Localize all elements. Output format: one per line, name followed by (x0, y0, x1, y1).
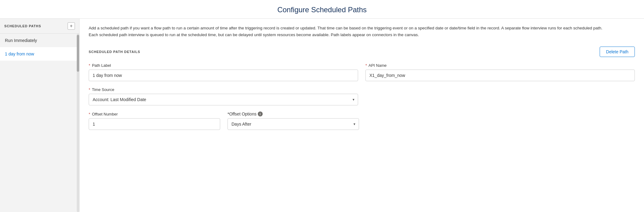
time-source-select-wrapper: Account: Last Modified DateAccount: Crea… (89, 94, 358, 105)
api-name-label: * API Name (365, 63, 635, 68)
sidebar-items: Run Immediately 1 day from now (0, 34, 79, 212)
api-name-group: * API Name (365, 63, 635, 81)
offset-number-label: * Offset Number (89, 112, 220, 116)
time-source-row: * Time Source Account: Last Modified Dat… (89, 87, 635, 105)
offset-options-info-icon[interactable]: i (258, 112, 263, 116)
offset-number-group: * Offset Number (89, 112, 220, 130)
offset-row: * Offset Number * Offset Options i Days … (89, 112, 635, 130)
path-label-label: * Path Label (89, 63, 358, 68)
right-panel: Add a scheduled path if you want a flow … (80, 19, 644, 212)
sidebar-item-run-immediately[interactable]: Run Immediately (0, 34, 79, 47)
section-header-row: SCHEDULED PATH DETAILS Delete Path (89, 47, 635, 57)
sidebar: SCHEDULED PATHS + Run Immediately 1 day … (0, 19, 80, 212)
time-source-select[interactable]: Account: Last Modified DateAccount: Crea… (89, 94, 358, 105)
page-title: Configure Scheduled Paths (0, 0, 644, 19)
path-label-group: * Path Label (89, 63, 358, 81)
path-label-input[interactable] (89, 70, 358, 81)
delete-path-label: Delete Path (606, 49, 628, 54)
path-label-api-name-row: * Path Label * API Name (89, 63, 635, 81)
plus-icon: + (70, 23, 72, 29)
page-title-text: Configure Scheduled Paths (277, 6, 367, 14)
add-scheduled-path-button[interactable]: + (68, 22, 75, 30)
time-source-group: * Time Source Account: Last Modified Dat… (89, 87, 358, 105)
main-content: SCHEDULED PATHS + Run Immediately 1 day … (0, 19, 644, 212)
1-day-from-now-label: 1 day from now (5, 51, 34, 56)
sidebar-scrollbar[interactable] (77, 34, 79, 212)
run-immediately-label: Run Immediately (5, 38, 37, 43)
delete-path-button[interactable]: Delete Path (600, 47, 635, 57)
section-label: SCHEDULED PATH DETAILS (89, 50, 140, 54)
offset-options-label-row: * Offset Options i (228, 112, 359, 116)
sidebar-item-1-day-from-now[interactable]: 1 day from now (0, 47, 79, 61)
description-text: Add a scheduled path if you want a flow … (89, 25, 609, 38)
page-container: Configure Scheduled Paths SCHEDULED PATH… (0, 0, 644, 212)
sidebar-scrollbar-thumb (77, 35, 79, 72)
offset-number-input[interactable] (89, 118, 220, 130)
sidebar-header-label: SCHEDULED PATHS (4, 24, 41, 28)
offset-options-label-text: Offset Options (229, 112, 256, 116)
offset-options-group: * Offset Options i Days AfterDays Before… (228, 112, 359, 130)
time-source-label: * Time Source (89, 87, 358, 92)
sidebar-header: SCHEDULED PATHS + (0, 19, 79, 34)
offset-options-select-wrapper: Days AfterDays BeforeHours AfterHours Be… (228, 118, 359, 130)
api-name-input[interactable] (365, 70, 635, 81)
offset-options-select[interactable]: Days AfterDays BeforeHours AfterHours Be… (228, 118, 359, 130)
